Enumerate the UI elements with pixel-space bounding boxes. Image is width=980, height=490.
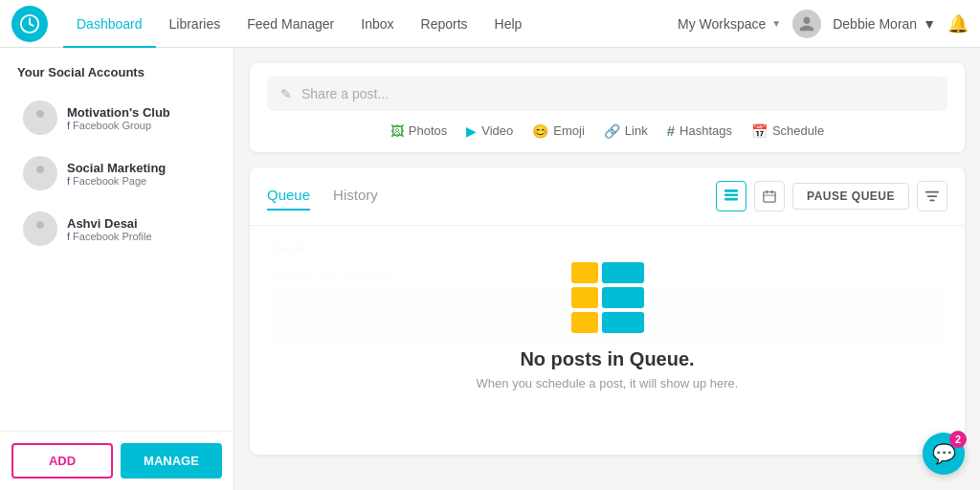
- share-placeholder-text: Share a post...: [301, 86, 934, 101]
- notifications-bell-icon[interactable]: 🔔: [947, 13, 969, 34]
- manage-accounts-button[interactable]: MANAGE: [121, 443, 222, 479]
- svg-rect-10: [929, 200, 934, 202]
- account-info-1: Social Marketing f Facebook Page: [67, 161, 166, 187]
- user-avatar: [792, 10, 821, 38]
- user-name-label: Debbie Moran: [833, 16, 917, 32]
- chat-badge: 2: [949, 431, 967, 448]
- account-avatar-1: [23, 156, 57, 190]
- svg-rect-3: [724, 198, 738, 201]
- tab-history[interactable]: History: [333, 183, 378, 211]
- sidebar: Your Social Accounts Motivation's Club f…: [0, 48, 234, 490]
- workspace-selector[interactable]: My Workspace ▼: [678, 16, 781, 32]
- nav-item-libraries[interactable]: Libraries: [156, 0, 234, 48]
- schedule-action-button[interactable]: 📅 Schedule: [751, 122, 824, 139]
- account-item-motivations-club[interactable]: Motivation's Club f Facebook Group: [8, 91, 226, 145]
- icon-block-teal-3: [602, 312, 644, 333]
- share-actions-bar: 🖼 Photos ▶ Video 😊 Emoji 🔗 Link # H: [267, 122, 947, 139]
- photos-label: Photos: [409, 123, 447, 138]
- account-name-1: Social Marketing: [67, 161, 166, 175]
- hashtags-label: Hashtags: [679, 123, 732, 138]
- workspace-label: My Workspace: [678, 16, 766, 32]
- account-info-0: Motivation's Club f Facebook Group: [67, 105, 170, 131]
- sidebar-title: Your Social Accounts: [0, 48, 234, 89]
- svg-rect-4: [764, 192, 775, 203]
- facebook-icon-1: f: [67, 175, 70, 187]
- svg-rect-2: [724, 193, 738, 196]
- workspace-chevron-icon: ▼: [771, 18, 781, 29]
- user-menu-chevron-icon: ▼: [923, 16, 936, 32]
- share-post-box: ✎ Share a post... 🖼 Photos ▶ Video 😊 Emo…: [250, 63, 965, 152]
- app-logo: [11, 6, 48, 42]
- queue-content: Queue Saturday 15th February: [250, 226, 965, 446]
- hashtags-action-button[interactable]: # Hashtags: [667, 122, 732, 139]
- queue-header: Queue History PAUSE QUEUE: [250, 167, 965, 226]
- calendar-view-button[interactable]: [754, 181, 785, 212]
- emoji-action-button[interactable]: 😊 Emoji: [532, 122, 585, 139]
- hashtag-icon: #: [667, 122, 675, 139]
- queue-section: Queue History PAUSE QUEUE: [250, 167, 965, 455]
- empty-queue-icon: [571, 262, 644, 333]
- empty-queue-title: No posts in Queue.: [520, 348, 694, 370]
- account-list: Motivation's Club f Facebook Group Socia…: [0, 89, 234, 431]
- add-account-button[interactable]: ADD: [11, 443, 113, 479]
- schedule-icon: 📅: [751, 123, 768, 139]
- video-action-button[interactable]: ▶ Video: [466, 122, 513, 139]
- icon-block-yellow-2: [571, 287, 598, 308]
- nav-item-feed-manager[interactable]: Feed Manager: [234, 0, 347, 48]
- icon-block-teal-2: [602, 287, 644, 308]
- account-name-2: Ashvi Desai: [67, 216, 152, 231]
- nav-item-reports[interactable]: Reports: [408, 0, 481, 48]
- svg-rect-1: [724, 189, 738, 192]
- photos-icon: 🖼: [390, 123, 404, 139]
- svg-rect-9: [927, 195, 938, 197]
- schedule-label: Schedule: [772, 123, 824, 138]
- account-name-0: Motivation's Club: [67, 105, 170, 120]
- link-label: Link: [625, 123, 648, 138]
- icon-block-yellow-1: [571, 262, 598, 283]
- main-content: ✎ Share a post... 🖼 Photos ▶ Video 😊 Emo…: [234, 48, 980, 490]
- queue-tabs: Queue History: [267, 183, 716, 211]
- sidebar-footer: ADD MANAGE: [0, 431, 234, 490]
- nav-item-inbox[interactable]: Inbox: [347, 0, 407, 48]
- emoji-icon: 😊: [532, 123, 548, 139]
- account-type-0: f Facebook Group: [67, 120, 170, 131]
- account-avatar-2: [23, 212, 57, 246]
- link-icon: 🔗: [604, 123, 620, 139]
- account-info-2: Ashvi Desai f Facebook Profile: [67, 216, 152, 242]
- icon-col-right: [602, 262, 644, 333]
- photos-action-button[interactable]: 🖼 Photos: [390, 122, 447, 139]
- link-action-button[interactable]: 🔗 Link: [604, 122, 648, 139]
- user-menu[interactable]: Debbie Moran ▼: [833, 16, 936, 32]
- emoji-label: Emoji: [553, 123, 585, 138]
- chat-bubble-button[interactable]: 💬 2: [923, 433, 965, 475]
- nav-right: My Workspace ▼ Debbie Moran ▼ 🔔: [678, 10, 969, 38]
- icon-block-teal-1: [602, 262, 644, 283]
- account-item-social-marketing[interactable]: Social Marketing f Facebook Page: [8, 146, 226, 200]
- main-layout: Your Social Accounts Motivation's Club f…: [0, 48, 980, 490]
- account-item-ashvi-desai[interactable]: Ashvi Desai f Facebook Profile: [8, 202, 226, 256]
- facebook-icon-2: f: [67, 231, 70, 242]
- edit-icon: ✎: [280, 86, 292, 101]
- account-type-2: f Facebook Profile: [67, 231, 152, 242]
- share-post-input[interactable]: ✎ Share a post...: [267, 77, 947, 111]
- empty-queue-overlay: No posts in Queue. When you schedule a p…: [250, 226, 965, 446]
- icon-block-yellow-3: [571, 312, 598, 333]
- filter-button[interactable]: [917, 181, 947, 212]
- icon-col-left: [571, 262, 598, 333]
- account-avatar-0: [23, 100, 57, 135]
- nav-item-help[interactable]: Help: [481, 0, 536, 48]
- svg-rect-8: [925, 191, 939, 193]
- facebook-icon-0: f: [67, 120, 70, 131]
- top-navigation: Dashboard Libraries Feed Manager Inbox R…: [0, 0, 980, 48]
- account-type-1: f Facebook Page: [67, 175, 166, 187]
- nav-item-dashboard[interactable]: Dashboard: [63, 0, 156, 48]
- empty-queue-subtitle: When you schedule a post, it will show u…: [477, 376, 739, 390]
- list-view-button[interactable]: [716, 181, 746, 212]
- video-label: Video: [481, 123, 513, 138]
- tab-queue[interactable]: Queue: [267, 183, 310, 211]
- video-icon: ▶: [466, 123, 477, 139]
- pause-queue-button[interactable]: PAUSE QUEUE: [792, 183, 909, 210]
- queue-controls: PAUSE QUEUE: [716, 181, 947, 212]
- nav-links: Dashboard Libraries Feed Manager Inbox R…: [63, 0, 678, 48]
